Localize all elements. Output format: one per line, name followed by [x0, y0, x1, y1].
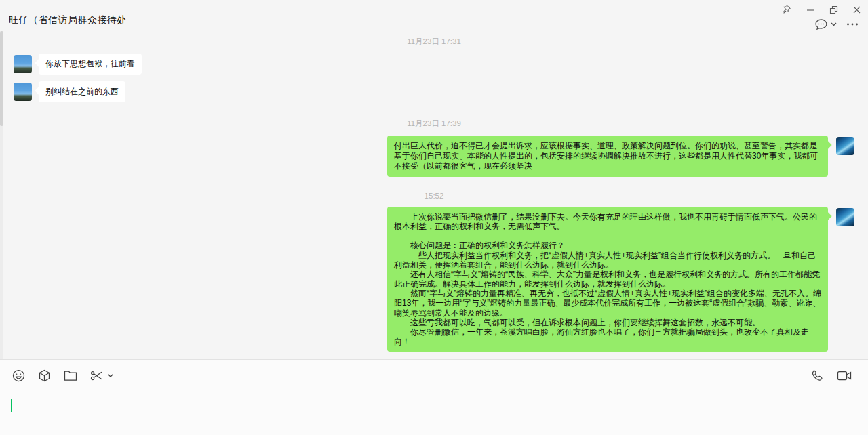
screenshot-icon[interactable] — [89, 369, 104, 383]
timestamp: 11月23日 17:39 — [0, 119, 868, 129]
chat-menu — [812, 16, 861, 33]
timestamp: 11月23日 17:31 — [0, 37, 868, 47]
scrollbar-thumb[interactable] — [0, 31, 3, 126]
composer — [0, 359, 868, 435]
message-input[interactable] — [0, 390, 868, 435]
chat-title: 旺仔（省信访局群众接待处 — [9, 14, 127, 26]
timestamp: 15:52 — [0, 192, 868, 200]
avatar[interactable] — [14, 83, 32, 101]
voice-call-icon[interactable] — [809, 368, 825, 384]
chevron-down-icon — [831, 22, 837, 26]
message-list: 11月23日 17:31 你放下思想包袱，往前看 别纠结在之前的东西 11月23… — [0, 31, 868, 359]
composer-toolbar — [0, 364, 868, 387]
text-caret — [11, 399, 12, 412]
avatar[interactable] — [836, 137, 854, 155]
chat-mode-dropdown[interactable] — [812, 16, 840, 33]
message-bubble[interactable]: 上次你说要当面把微信删了，结果没删下去。今天你有充足的理由这样做，我也不用再碍于… — [387, 207, 828, 352]
message-bubble[interactable]: 付出巨大代价，迫不得已才会提出诉求，应该根据事实、道理、政策解决问题到位。你们的… — [387, 136, 828, 177]
avatar[interactable] — [836, 208, 854, 226]
left-scrollbar[interactable] — [0, 31, 3, 359]
title-bar: 旺仔（省信访局群众接待处 — [0, 0, 868, 31]
emoji-icon[interactable] — [11, 368, 26, 384]
folder-icon[interactable] — [62, 369, 79, 383]
message-bubble[interactable]: 别纠结在之前的东西 — [39, 81, 125, 102]
avatar[interactable] — [14, 55, 32, 73]
message-row: 你放下思想包袱，往前看 — [0, 54, 868, 75]
chevron-down-icon[interactable] — [106, 373, 115, 379]
wechat-window: 旺仔（省信访局群众接待处 — [0, 0, 868, 435]
message-row: 上次你说要当面把微信删了，结果没删下去。今天你有充足的理由这样做，我也不用再碍于… — [0, 207, 868, 352]
video-call-icon[interactable] — [835, 369, 853, 383]
screenshot-group — [89, 369, 115, 383]
sticker-box-icon[interactable] — [37, 368, 52, 384]
pin-icon[interactable] — [776, 0, 799, 19]
message-row: 付出巨大代价，迫不得已才会提出诉求，应该根据事实、道理、政策解决问题到位。你们的… — [0, 136, 868, 177]
message-bubble[interactable]: 你放下思想包袱，往前看 — [39, 54, 142, 75]
message-row: 别纠结在之前的东西 — [0, 81, 868, 102]
chat-mode-icon — [814, 18, 828, 30]
more-icon[interactable] — [844, 20, 861, 28]
